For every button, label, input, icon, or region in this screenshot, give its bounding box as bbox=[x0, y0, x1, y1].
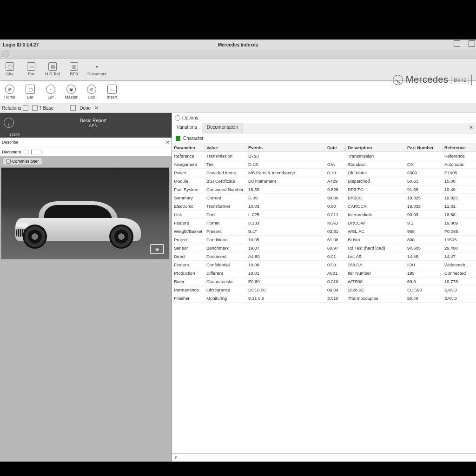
toolbar2-button-5[interactable]: ▭Insert bbox=[104, 85, 120, 99]
cell: GIA bbox=[325, 160, 346, 168]
close-button[interactable]: ✕ bbox=[165, 139, 170, 145]
table-row[interactable]: ModuleBGI CertificateD8 InstrumentA429Di… bbox=[172, 177, 476, 185]
table-row[interactable]: ElectronicTransformer10.030.00CAROCA19.8… bbox=[172, 202, 476, 211]
table-row[interactable]: ReferenceTransmissionD728TransmissionRef… bbox=[172, 152, 476, 160]
cell: Conditional bbox=[205, 236, 246, 244]
cell: Continued Number bbox=[205, 185, 246, 193]
table-row[interactable]: RiderCharacteristicE0 800.010WTE0869.019… bbox=[172, 278, 476, 286]
cell: Iter Number bbox=[346, 269, 405, 277]
toolbar2-button-0[interactable]: ⊕Home bbox=[2, 85, 18, 99]
table-row[interactable]: Fuel SystemContinued Number18.899.826DP3… bbox=[172, 185, 476, 194]
cell: 19.809 bbox=[443, 219, 473, 227]
cell: 91.68 bbox=[405, 185, 443, 193]
vehicle-code: 13109 bbox=[0, 132, 172, 138]
cell: Electronic bbox=[172, 202, 205, 210]
cell: Rider bbox=[172, 278, 205, 285]
column-header-6[interactable]: Reference bbox=[443, 144, 473, 152]
cell: Dark bbox=[205, 211, 246, 218]
table-row[interactable]: ProductionDifferent10.01A801Iter Number1… bbox=[172, 269, 476, 278]
car-illustration bbox=[6, 199, 155, 251]
toolbar1-button-2[interactable]: ▤H S Ted bbox=[45, 62, 60, 76]
cell: 6309 bbox=[405, 169, 443, 177]
close-tab-button[interactable]: ✕ bbox=[469, 125, 473, 131]
app-icon bbox=[2, 51, 8, 57]
table-row[interactable]: PowerProvided ItemsMB Parts & Interchang… bbox=[172, 169, 476, 177]
column-header-1[interactable]: Value bbox=[205, 144, 246, 152]
commissioner-chip[interactable]: Commissioner bbox=[3, 158, 42, 165]
table-row[interactable]: ProjectConditional10.0561.08Br.Ntn800115… bbox=[172, 236, 476, 244]
describe-label: Describe bbox=[2, 140, 19, 145]
status-bar: E bbox=[172, 453, 476, 462]
cell bbox=[405, 152, 443, 160]
table-row[interactable]: SummaryCurrentD.0990.80BR30C19.82519.925 bbox=[172, 194, 476, 202]
table-row[interactable]: PermanenceObscuranceDC10.0006.041628.0CE… bbox=[172, 286, 476, 294]
cell: Transmission bbox=[346, 152, 405, 160]
cell: 1628.0C bbox=[346, 286, 405, 294]
toolbar1-button-1[interactable]: ▭Ear bbox=[23, 62, 39, 76]
cell: 06.04 bbox=[325, 286, 346, 294]
main-split: Basic Report APN 13109 Describe ✕ Docume… bbox=[0, 113, 476, 462]
cell: 10.01 bbox=[246, 269, 325, 277]
cell: A801 bbox=[325, 269, 346, 277]
filter-tbase-label: T Base bbox=[39, 106, 54, 111]
table-row[interactable]: LinkDarkL.0250.011Intermediate90.0318.58 bbox=[172, 211, 476, 219]
toolbar1-button-4[interactable]: ▾Document bbox=[87, 62, 106, 76]
table-row[interactable]: FeatureConfidential10.0807.0168.DAIOUWel… bbox=[172, 261, 476, 269]
toolbar2-button-1[interactable]: ▢Bar bbox=[22, 85, 38, 99]
cell: Monitoring bbox=[205, 294, 246, 302]
column-header-4[interactable]: Description bbox=[346, 144, 405, 152]
toolbar2-button-2[interactable]: ◦Lor bbox=[43, 85, 59, 99]
cell: E1005 bbox=[443, 169, 473, 177]
cell: Summary bbox=[172, 194, 205, 202]
cell: DP3.TC bbox=[346, 185, 405, 193]
column-header-2[interactable]: Events bbox=[246, 144, 325, 152]
toolbar1-button-0[interactable]: ◯City bbox=[2, 62, 18, 76]
tab-documentation[interactable]: Documentation bbox=[202, 123, 243, 133]
tab-bar: Variations Documentation ✕ bbox=[172, 123, 476, 133]
grid-body: ReferenceTransmissionD728TransmissionRef… bbox=[172, 152, 476, 303]
column-header-5[interactable]: Part Number bbox=[405, 144, 443, 152]
table-row[interactable]: FeatureHornet8.183M.ADDRCOW9.119.809 bbox=[172, 219, 476, 227]
cell: Current bbox=[205, 194, 246, 202]
minimize-button[interactable] bbox=[454, 40, 460, 47]
toolbar1-button-3[interactable]: ▥RP9 bbox=[66, 62, 82, 76]
column-header-0[interactable]: Parameter bbox=[172, 144, 205, 152]
cell: Characteristic bbox=[205, 278, 246, 285]
cell: Reference bbox=[443, 152, 473, 160]
cell: 10.40 bbox=[443, 185, 473, 193]
cell: 9.826 bbox=[325, 185, 346, 193]
settings-icon[interactable]: ✕ bbox=[94, 105, 99, 111]
cell: D.LS bbox=[246, 160, 325, 168]
vehicle-thumbnail[interactable]: ▣ bbox=[1, 167, 169, 259]
cell: 19.07 bbox=[246, 244, 325, 252]
filter-relations[interactable]: Relations bbox=[2, 105, 28, 111]
cell: Project bbox=[172, 236, 205, 244]
filter-tbase[interactable]: T Base bbox=[32, 105, 54, 111]
table-row[interactable]: SensorBenchmark19.0760.97Rd Test (hard l… bbox=[172, 244, 476, 252]
filter-strip: Relations T Base Done ✕ bbox=[0, 103, 476, 113]
cell: L.025 bbox=[246, 211, 325, 218]
cell: 11.81 bbox=[443, 202, 473, 210]
maximize-button[interactable] bbox=[469, 40, 475, 47]
expand-icon[interactable]: ▣ bbox=[150, 244, 164, 254]
table-row[interactable]: FinisherMonitoring9.31 0.53.010Thermocou… bbox=[172, 294, 476, 303]
tab-variations[interactable]: Variations bbox=[172, 123, 202, 133]
table-row[interactable]: AssignmentTierD.LSGIAStandardOXAutomatic bbox=[172, 160, 476, 169]
toolbar2-icon-4: ⊙ bbox=[87, 85, 96, 94]
cell: Fuel System bbox=[172, 185, 205, 193]
cell: 9.1 bbox=[405, 219, 443, 227]
character-label: Character bbox=[183, 136, 204, 141]
table-row[interactable]: Weight/BasketPresentB.LT03.31WSL.AC968F0… bbox=[172, 227, 476, 236]
table-row[interactable]: DirectDocumentA4.800.01List.AS14.4814.47 bbox=[172, 252, 476, 261]
toolbar2-button-4[interactable]: ⊙Cod bbox=[84, 85, 99, 99]
toolbar2-button-3[interactable]: ◉Master bbox=[63, 85, 79, 99]
cell: BR30C bbox=[346, 194, 405, 202]
data-grid[interactable]: ParameterValueEventsDateDescriptionPart … bbox=[172, 144, 476, 453]
cell: Automatic bbox=[443, 160, 473, 168]
column-header-3[interactable]: Date bbox=[325, 144, 346, 152]
status-square-icon bbox=[176, 136, 180, 141]
grid-icon[interactable] bbox=[70, 105, 76, 111]
cell: Production bbox=[172, 269, 205, 277]
filter-done[interactable]: Done bbox=[79, 106, 91, 111]
brand-divider bbox=[471, 75, 472, 85]
